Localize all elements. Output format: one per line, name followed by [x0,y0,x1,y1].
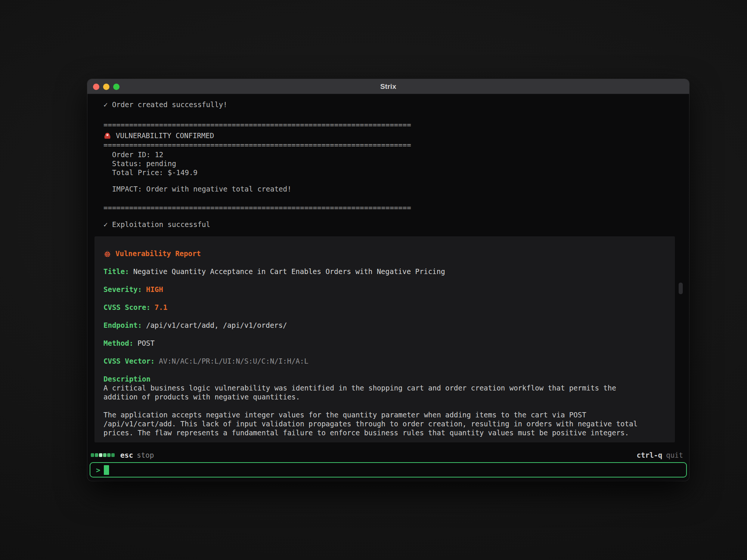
description-paragraph: The application accepts negative integer… [103,410,647,437]
scrollbar-thumb[interactable] [679,283,683,294]
order-status-line: Status: pending [87,159,689,168]
prompt-symbol: > [96,466,100,474]
separator-line: ========================================… [87,140,689,149]
field-method-label: Method: [103,339,133,347]
field-title-value: Negative Quantity Acceptance in Cart Ena… [133,267,445,276]
severity-badge: HIGH [146,285,163,293]
quit-action-label: quit [666,451,683,459]
vulnerability-confirmed-label: VULNERABILITY CONFIRMED [116,131,214,140]
field-cvss-vector: CVSS Vector:AV:N/AC:L/PR:L/UI:N/S:U/C:N/… [103,357,647,365]
cvss-vector-value: AV:N/AC:L/PR:L/UI:N/S:U/C:N/I:H/A:L [159,357,308,365]
field-cvss-vector-label: CVSS Vector: [103,357,155,365]
field-severity-label: Severity: [103,285,142,293]
exploitation-success-line: ✓ Exploitation successful [87,220,689,229]
esc-key-hint: esc [120,451,133,459]
quit-hint: ctrl-q quit [637,451,683,459]
minimize-button-icon[interactable] [103,84,109,90]
bug-icon [103,250,111,258]
strix-terminal-window: Strix ✓ Order created successfully! ====… [87,79,689,481]
order-total-line: Total Price: $-149.9 [87,168,689,177]
separator-line: ========================================… [87,120,689,129]
window-titlebar: Strix [87,79,689,94]
field-title-label: Title: [103,267,129,276]
order-success-line: ✓ Order created successfully! [87,100,689,109]
close-button-icon[interactable] [93,84,99,90]
window-controls [93,79,120,94]
impact-line: IMPACT: Order with negative total create… [87,184,689,193]
window-title: Strix [380,83,396,91]
field-cvss-score: CVSS Score:7.1 [103,303,647,312]
siren-icon [103,132,111,140]
order-id-line: Order ID: 12 [87,150,689,159]
field-severity: Severity:HIGH [103,285,647,294]
text-cursor [104,465,109,475]
description-heading: Description [103,374,647,383]
field-method: Method:POST [103,339,647,348]
ctrl-q-key-hint: ctrl-q [637,451,663,459]
status-bar: esc stop ctrl-q quit [87,448,689,462]
zoom-button-icon[interactable] [113,84,120,90]
spinner-icon [91,453,115,457]
command-input[interactable]: > [90,462,687,477]
endpoint-value: /api/v1/cart/add, /api/v1/orders/ [146,321,287,329]
field-endpoint-label: Endpoint: [103,321,142,329]
field-title: Title:Negative Quantity Acceptance in Ca… [103,267,647,276]
esc-action-label: stop [137,451,154,459]
separator-line: ========================================… [87,203,689,212]
vulnerability-report-panel: Vulnerability Report Title:Negative Quan… [94,236,675,442]
report-title: Vulnerability Report [115,249,201,258]
description-paragraph: A critical business logic vulnerability … [103,383,647,401]
terminal-output[interactable]: ✓ Order created successfully! ==========… [87,94,689,448]
field-cvss-score-label: CVSS Score: [103,303,151,311]
method-value: POST [137,339,155,347]
report-heading: Vulnerability Report [103,249,647,258]
vulnerability-confirmed-banner: VULNERABILITY CONFIRMED [87,131,689,140]
field-endpoint: Endpoint:/api/v1/cart/add, /api/v1/order… [103,321,647,330]
cvss-score-value: 7.1 [155,303,167,311]
